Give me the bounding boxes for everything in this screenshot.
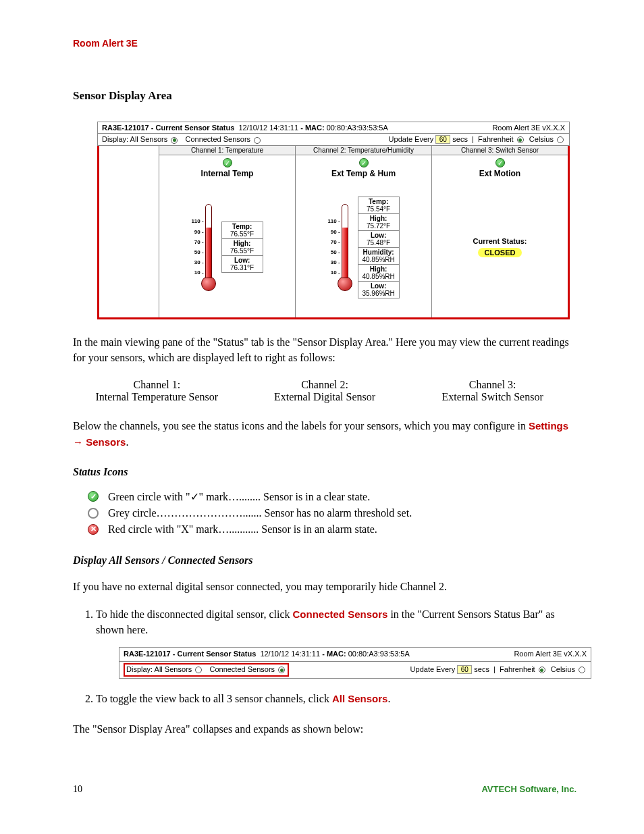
celsius-radio-small[interactable] [579, 667, 585, 673]
update-label: Update Every [389, 135, 434, 143]
check-icon: ✓ [359, 158, 369, 167]
configure-paragraph: Below the channels, you see the status i… [73, 418, 576, 449]
all-sensors-radio-small[interactable] [195, 667, 202, 673]
mac-label: MAC: [305, 124, 325, 132]
settings-link: Settings [529, 420, 568, 432]
grey-desc: Grey circle……………………....... Sensor has no… [108, 507, 412, 519]
display-all-title: Display All Sensors / Connected Sensors [73, 554, 576, 567]
green-check-icon: ✓ [88, 491, 99, 502]
red-x-icon: ✕ [88, 524, 99, 535]
header-product: Room Alert 3E [73, 38, 576, 49]
ch2-label-b: External Digital Sensor [241, 391, 409, 403]
page-footer: 10 AVTECH Software, Inc. [73, 784, 576, 795]
ch3-label-a: Channel 3: [408, 379, 576, 391]
grey-circle-icon [88, 508, 99, 519]
steps-list: To hide the disconnected digital sensor,… [96, 606, 576, 706]
status-label: Current Sensor Status [156, 124, 235, 132]
datetime: 12/10/12 14:31:11 [238, 124, 298, 132]
ch2-head: Channel 2: Temperature/Humidity [296, 146, 431, 155]
celsius-label: Celsius [529, 135, 554, 143]
thermometer-bulb-icon [201, 276, 216, 291]
intro-paragraph: In the main viewing pane of the "Status"… [73, 334, 576, 365]
connected-sensors-radio[interactable] [254, 137, 261, 144]
ch2-label-a: Channel 2: [241, 379, 409, 391]
ch2-readings: Temp:75.54°F High:75.72°F Low:75.48°F Hu… [358, 197, 400, 298]
closing-paragraph: The "Sensor Display Area" collapses and … [73, 721, 576, 737]
red-desc: Red circle with "X" mark…........... Sen… [108, 523, 377, 536]
ch3-status-label: Current Status: [473, 237, 527, 245]
panel-title-bar: RA3E-121017 - Current Sensor Status 12/1… [97, 122, 570, 134]
step-1: To hide the disconnected digital sensor,… [96, 606, 576, 679]
section-title: Sensor Display Area [73, 89, 576, 103]
connected-sensors-label: Connected Sensors [185, 135, 250, 143]
ch1-label-a: Channel 1: [73, 379, 241, 391]
footer-company: AVTECH Software, Inc. [481, 784, 576, 795]
channel-2: Channel 2: Temperature/Humidity ✓ Ext Te… [295, 146, 431, 317]
ch1-readings: Temp:76.55°F High:76.55°F Low:76.31°F [221, 221, 263, 273]
update-input[interactable]: 60 [435, 135, 450, 144]
connected-sensors-strong: Connected Sensors [293, 608, 388, 620]
update-input-small[interactable]: 60 [457, 665, 472, 674]
all-sensors-label: All Sensors [130, 135, 168, 143]
status-icon-list: ✓ Green circle with "✓" mark…........ Se… [73, 490, 576, 536]
ch1-head: Channel 1: Temperature [159, 146, 295, 155]
ch2-title: Ext Temp & Hum [296, 169, 431, 178]
display-intro: If you have no external digital sensor c… [73, 579, 576, 594]
small-sensor-panel: RA3E-121017 - Current Sensor Status 12/1… [119, 647, 591, 679]
status-icons-title: Status Icons [73, 466, 576, 478]
connected-sensors-radio-small[interactable] [278, 667, 285, 673]
celsius-radio[interactable] [557, 136, 564, 143]
check-icon: ✓ [223, 158, 232, 167]
thermometer-icon [342, 204, 348, 278]
green-desc: Green circle with "✓" mark…........ Sens… [108, 490, 370, 503]
device-id: RA3E-121017 [102, 124, 149, 132]
update-unit: secs [452, 135, 468, 143]
panel-options: Display: All Sensors Connected Sensors U… [97, 134, 570, 146]
ch2-scale: 110 - 90 - 70 - 50 - 30 - 10 - [327, 216, 341, 278]
mac-value: 00:80:A3:93:53:5A [327, 124, 388, 132]
sensors-link: Sensors [86, 436, 126, 448]
ch1-label-b: Internal Temperature Sensor [73, 391, 241, 403]
display-options-highlight: Display: All Sensors Connected Sensors [124, 663, 289, 677]
display-label: Display: [102, 135, 128, 143]
thermometer-icon [205, 204, 212, 278]
ch3-label-b: External Switch Sensor [408, 391, 576, 403]
fahrenheit-radio-small[interactable] [539, 667, 545, 673]
ch1-title: Internal Temp [159, 169, 295, 178]
model-label: Room Alert 3E vX.X.X [492, 124, 565, 132]
fahrenheit-radio[interactable] [517, 136, 524, 143]
channels-row: Channel 1: Internal Temperature Sensor C… [73, 379, 576, 403]
ch3-head: Channel 3: Switch Sensor [432, 146, 568, 155]
step-2: To toggle the view back to all 3 sensor … [96, 691, 576, 706]
ch1-scale: 110 - 90 - 70 - 50 - 30 - 10 - [191, 216, 205, 278]
sensor-panel: RA3E-121017 - Current Sensor Status 12/1… [97, 122, 570, 319]
thermometer-bulb-icon [338, 276, 352, 291]
all-sensors-strong: All Sensors [332, 693, 388, 704]
ch3-status-value: CLOSED [478, 248, 522, 257]
check-icon: ✓ [495, 158, 505, 167]
sensor-display-area: Channel 1: Temperature ✓ Internal Temp 1… [97, 146, 570, 319]
ch3-title: Ext Motion [432, 169, 568, 178]
all-sensors-radio[interactable] [171, 137, 178, 144]
page-number: 10 [73, 784, 82, 795]
channel-3: Channel 3: Switch Sensor ✓ Ext Motion Cu… [431, 146, 568, 317]
channel-1: Channel 1: Temperature ✓ Internal Temp 1… [159, 146, 295, 317]
fahrenheit-label: Fahrenheit [478, 135, 514, 143]
